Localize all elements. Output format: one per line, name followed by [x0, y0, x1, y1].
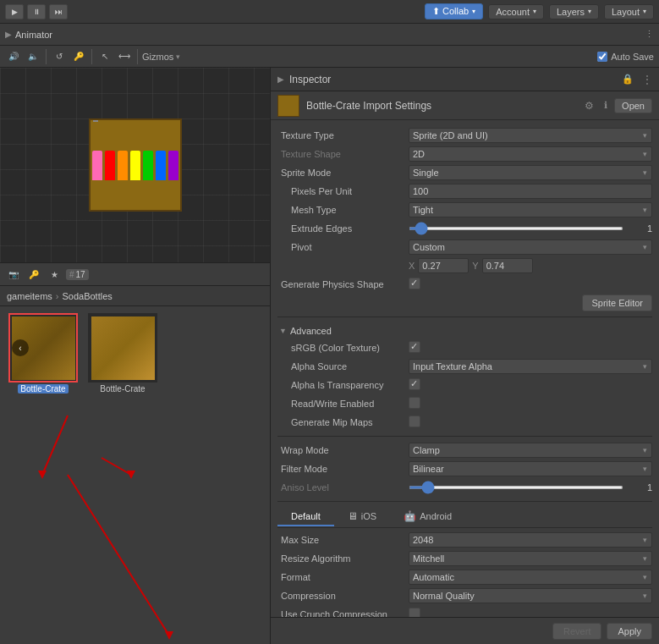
camera-icon[interactable]: 📷 [5, 266, 22, 283]
lock-icon[interactable]: 🔒 [622, 74, 634, 85]
arrow-icon[interactable]: ↺ [51, 48, 68, 65]
step-button[interactable]: ⏭ [49, 4, 68, 19]
animator-bar: ▶ Animator ⋮ [0, 24, 659, 46]
breadcrumb-root[interactable]: gameitems [7, 291, 52, 301]
main-layout: 📷 🔑 ★ # 17 gameitems › SodaBottles ‹ Bot… [0, 68, 659, 644]
ripple-icon[interactable]: ⟷ [116, 48, 133, 65]
srgb-checkbox[interactable] [409, 341, 420, 353]
sprite-thumb-wrapper-2 [88, 313, 157, 383]
gen-mipmaps-checkbox[interactable] [409, 416, 420, 427]
extrude-slider[interactable] [409, 227, 623, 230]
texture-type-select[interactable]: Sprite (2D and UI) [409, 128, 652, 143]
pause-button[interactable]: ⏸ [27, 4, 46, 19]
bottle-2 [105, 151, 115, 180]
nav-arrow-left-icon[interactable]: ‹ [12, 339, 29, 356]
texture-shape-select[interactable]: 2D [409, 146, 652, 162]
gen-physics-label: Generate Physics Shape [277, 279, 409, 289]
star-icon[interactable]: ★ [46, 266, 63, 283]
bottle-4 [130, 151, 140, 180]
sprite-mode-row: Sprite Mode Single [277, 164, 652, 181]
extrude-slider-row: 1 [409, 223, 652, 234]
account-button[interactable]: Account ▾ [488, 4, 544, 19]
srgb-row: sRGB (Color Texture) [277, 339, 652, 356]
top-bar: ▶ ⏸ ⏭ ⬆ Collab ▾ Account ▾ Layers ▾ Layo… [0, 0, 659, 24]
crunch-checkbox[interactable] [409, 608, 420, 617]
tab-default[interactable]: Default [277, 508, 334, 526]
import-header: Bottle-Crate Import Settings ⚙ ℹ Open [271, 91, 659, 120]
collab-button[interactable]: ⬆ Collab ▾ [425, 3, 483, 19]
aniso-slider[interactable] [409, 486, 623, 489]
toolbar-separator-1 [46, 49, 47, 64]
sprite-label-2: Bottle-Crate [100, 384, 145, 394]
svg-line-4 [68, 475, 169, 636]
sprite-mode-select[interactable]: Single [409, 165, 652, 180]
play-button[interactable]: ▶ [5, 4, 24, 19]
key-icon[interactable]: 🔑 [70, 48, 87, 65]
pixels-per-unit-input[interactable] [409, 184, 652, 199]
layers-button[interactable]: Layers ▾ [549, 4, 599, 19]
tab-ios[interactable]: 🖥 iOS [334, 507, 390, 527]
count-value: 17 [76, 270, 85, 279]
key2-icon[interactable]: 🔑 [25, 266, 42, 283]
resize-algo-select[interactable]: Mitchell [409, 551, 652, 566]
pivot-label: Pivot [277, 242, 409, 252]
filter-mode-label: Filter Mode [277, 464, 409, 474]
readwrite-value [409, 397, 652, 410]
format-select[interactable]: Automatic [409, 570, 652, 585]
list-item[interactable]: Bottle-Crate [85, 311, 161, 395]
transport-controls: ▶ ⏸ ⏭ [5, 4, 421, 19]
animator-menu-icon[interactable]: ⋮ [645, 29, 654, 40]
sprite-mode-label: Sprite Mode [277, 168, 409, 178]
gizmos-arrow-icon: ▾ [176, 52, 180, 61]
pivot-x-input[interactable] [418, 258, 469, 273]
gen-physics-checkbox[interactable] [409, 278, 420, 289]
cursor-icon[interactable]: ↖ [96, 48, 113, 65]
sprite-thumbnail-2 [91, 316, 155, 380]
frame-count: # 17 [66, 269, 89, 280]
inspector-menu-icon[interactable]: ⋮ [642, 74, 652, 85]
account-arrow-icon: ▾ [533, 8, 536, 15]
mesh-type-row: Mesh Type Tight [277, 201, 652, 218]
gear-icon[interactable]: ⚙ [585, 100, 594, 112]
compression-select[interactable]: Normal Quality [409, 588, 652, 603]
revert-button[interactable]: Revert [552, 623, 601, 640]
texture-shape-value: 2D [409, 146, 652, 162]
tab-android[interactable]: 🤖 Android [390, 507, 465, 527]
texture-shape-label: Texture Shape [277, 149, 409, 159]
aniso-slider-row: 1 [409, 482, 652, 493]
max-size-select[interactable]: 2048 [409, 532, 652, 548]
collab-label: ⬆ Collab [432, 6, 469, 17]
autosave-label: Auto Save [611, 52, 654, 62]
svg-line-0 [42, 416, 68, 475]
asset-icon [277, 95, 299, 117]
alpha-transparency-checkbox[interactable] [409, 378, 420, 390]
readwrite-checkbox[interactable] [409, 397, 420, 409]
mute-icon[interactable]: 🔈 [25, 48, 41, 65]
speaker-icon[interactable]: 🔊 [5, 48, 22, 65]
monitor-icon: 🖥 [348, 510, 358, 522]
filter-mode-row: Filter Mode Bilinear [277, 460, 652, 477]
open-button[interactable]: Open [614, 98, 652, 113]
wrap-mode-select[interactable]: Clamp [409, 443, 652, 458]
autosave-checkbox[interactable] [597, 52, 607, 62]
sprite-editor-button[interactable]: Sprite Editor [582, 294, 652, 311]
texture-type-label: Texture Type [277, 130, 409, 140]
layout-button[interactable]: Layout ▾ [604, 4, 654, 19]
pivot-value: Custom [409, 239, 652, 255]
wrap-mode-select-wrapper: Clamp [409, 443, 652, 458]
aniso-level-row: Aniso Level 1 [277, 479, 652, 496]
wrap-mode-row: Wrap Mode Clamp [277, 442, 652, 459]
info-icon[interactable]: ℹ [604, 100, 607, 111]
breadcrumb-separator-icon: › [56, 291, 59, 301]
alpha-source-select[interactable]: Input Texture Alpha [409, 359, 652, 374]
mesh-type-select[interactable]: Tight [409, 202, 652, 217]
resize-algo-value: Mitchell [409, 551, 652, 566]
advanced-section-header[interactable]: ▼ Advanced [277, 322, 652, 339]
apply-button[interactable]: Apply [607, 623, 652, 640]
breadcrumb-child[interactable]: SodaBottles [62, 291, 112, 301]
filter-mode-select[interactable]: Bilinear [409, 461, 652, 476]
pivot-y-input[interactable] [482, 258, 533, 273]
list-item[interactable]: ‹ Bottle-Crate [5, 311, 81, 395]
bottom-buttons: Revert Apply [271, 617, 659, 644]
pivot-select[interactable]: Custom [409, 239, 652, 255]
